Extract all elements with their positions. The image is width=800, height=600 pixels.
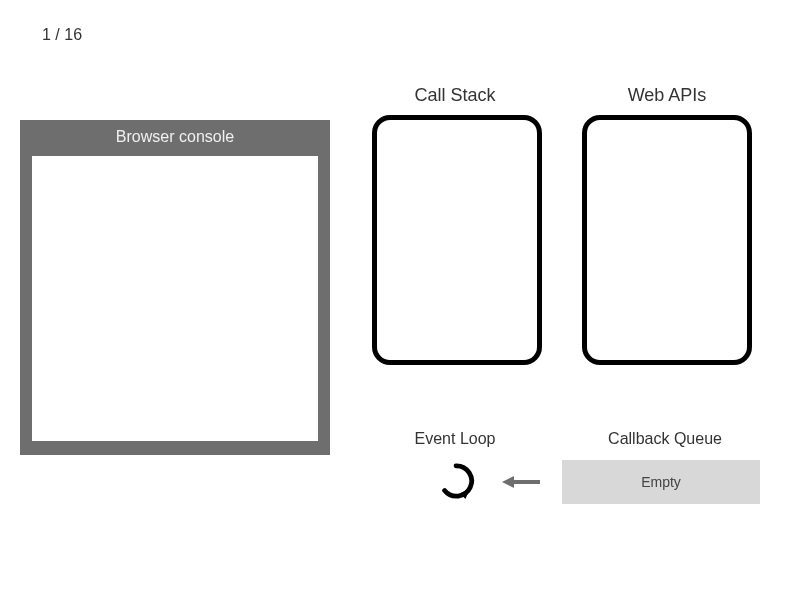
- event-loop-icon: [437, 462, 475, 500]
- web-apis-box: [582, 115, 752, 365]
- browser-console-title: Browser console: [20, 120, 330, 156]
- callback-queue-box: Empty: [562, 460, 760, 504]
- event-loop-label: Event Loop: [395, 430, 515, 448]
- call-stack-label: Call Stack: [395, 85, 515, 106]
- arrow-left-icon: [500, 472, 542, 492]
- page-counter: 1 / 16: [42, 26, 82, 44]
- browser-console-body: [32, 156, 318, 441]
- callback-queue-status: Empty: [641, 474, 681, 490]
- callback-queue-label: Callback Queue: [570, 430, 760, 448]
- browser-console-panel: Browser console: [20, 120, 330, 455]
- call-stack-box: [372, 115, 542, 365]
- web-apis-label: Web APIs: [607, 85, 727, 106]
- svg-marker-3: [502, 476, 514, 488]
